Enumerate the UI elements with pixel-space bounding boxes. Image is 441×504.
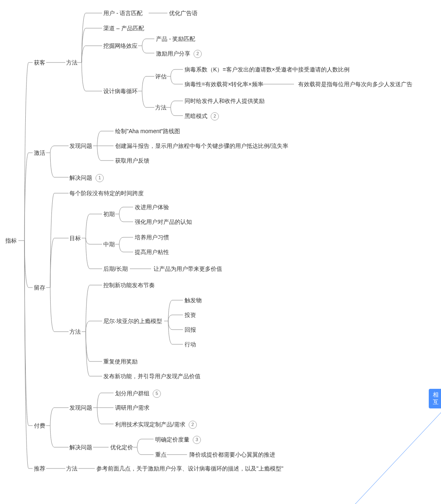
retain-method[interactable]: 方法 [69, 328, 81, 335]
activate-find-c1[interactable]: 绘制"Aha moment"路线图 [115, 128, 180, 135]
method-model[interactable]: 尼尔·埃亚尔的上瘾模型 [103, 318, 162, 325]
badge-icon: 2 [189, 421, 197, 429]
refer-method-r[interactable]: 参考前面几点，关于激励用户分享、设计病毒循环的描述，以及"上瘾模型" [96, 465, 283, 472]
method-c4[interactable]: 发布新功能，并引导用户发现产品价值 [103, 373, 200, 380]
goal-late[interactable]: 后期/长期 [103, 265, 128, 272]
activate-solve[interactable]: 解决问题1 [69, 174, 104, 182]
pay-find-c3-text: 利用技术实现定制产品/需求 [115, 421, 185, 428]
m4-method-c1[interactable]: 同时给发件人和收件人提供奖励 [185, 98, 265, 105]
goal-mid[interactable]: 中期 [103, 241, 115, 248]
pay-find-c1-text: 划分用户群组 [115, 390, 149, 397]
activate-find-c3[interactable]: 获取用户反馈 [115, 157, 149, 164]
price-c1[interactable]: 明确定价度量3 [155, 436, 201, 444]
activate-solve-text: 解决问题 [69, 174, 92, 181]
badge-icon: 2 [194, 50, 202, 58]
branch-retain[interactable]: 留存 [34, 284, 45, 291]
model-i2[interactable]: 投资 [185, 312, 196, 319]
svg-line-8 [355, 413, 441, 504]
m4-method-c2[interactable]: 黑暗模式2 [185, 112, 219, 120]
acquire-m3-c2[interactable]: 激励用户分享2 [156, 50, 202, 58]
pay-price[interactable]: 优化定价 [110, 444, 133, 451]
model-i4[interactable]: 行动 [185, 341, 196, 348]
side-tag[interactable]: 相互 [429, 389, 441, 408]
m4-eval-e1[interactable]: 病毒系数（K）=客户发出的邀请数×受邀者中接受邀请的人数比例 [185, 66, 350, 73]
activate-find[interactable]: 发现问题 [69, 143, 92, 149]
acquire-m4[interactable]: 设计病毒循环 [103, 88, 138, 95]
branch-refer[interactable]: 推荐 [34, 465, 45, 472]
pay-find-c3[interactable]: 利用技术实现定制产品/需求2 [115, 421, 197, 429]
goal-late-r[interactable]: 让产品为用户带来更多价值 [154, 265, 222, 272]
badge-icon: 1 [96, 174, 104, 182]
badge-icon: 5 [153, 390, 161, 398]
model-i1[interactable]: 触发物 [185, 297, 202, 304]
refer-method[interactable]: 方法 [66, 465, 78, 472]
mindmap-canvas: 指标 获客 方法 用户 - 语言匹配 优化广告语 渠道 – 产品匹配 挖掘网络效… [0, 0, 441, 504]
price-c1-text: 明确定价度量 [155, 436, 189, 443]
acquire-m3[interactable]: 挖掘网络效应 [103, 42, 138, 49]
retain-n1[interactable]: 每个阶段没有特定的时间跨度 [69, 190, 144, 197]
acquire-m4-method[interactable]: 方法 [155, 104, 167, 111]
goal-early[interactable]: 初期 [103, 211, 115, 218]
pay-find-c1[interactable]: 划分用户群组5 [115, 390, 161, 398]
goal-mid-c2[interactable]: 提高用户粘性 [135, 249, 169, 256]
root-node[interactable]: 指标 [5, 237, 17, 244]
badge-icon: 2 [211, 112, 219, 120]
acquire-m3-c1[interactable]: 产品 - 奖励匹配 [156, 36, 195, 42]
goal-early-c2[interactable]: 强化用户对产品的认知 [135, 219, 192, 225]
goal-mid-c1[interactable]: 培养用户习惯 [135, 234, 169, 241]
acquire-methods[interactable]: 方法 [66, 59, 78, 66]
pay-solve[interactable]: 解决问题 [69, 444, 92, 451]
acquire-m1-r[interactable]: 优化广告语 [169, 10, 198, 17]
branch-acquire[interactable]: 获客 [34, 59, 45, 66]
badge-icon: 3 [193, 436, 201, 444]
branch-activate[interactable]: 激活 [34, 149, 45, 156]
acquire-m2[interactable]: 渠道 – 产品匹配 [103, 25, 144, 32]
price-focus[interactable]: 重点 [155, 451, 167, 458]
goal-early-c1[interactable]: 改进用户体验 [135, 204, 169, 211]
acquire-m3-c2-text: 激励用户分享 [156, 50, 190, 57]
price-focus-r[interactable]: 降价或提价都需要小心翼翼的推进 [189, 451, 275, 458]
m4-method-c2-text: 黑暗模式 [185, 113, 207, 119]
pay-find[interactable]: 发现问题 [69, 404, 92, 411]
acquire-m4-eval[interactable]: 评估 [155, 73, 167, 80]
pay-find-c2[interactable]: 调研用户需求 [115, 404, 149, 411]
method-c1[interactable]: 控制新功能发布节奏 [103, 282, 155, 289]
acquire-m1[interactable]: 用户 - 语言匹配 [103, 10, 143, 17]
m4-eval-e2[interactable]: 病毒性=有效载荷×转化率×频率 [185, 81, 263, 88]
method-c3[interactable]: 重复使用奖励 [103, 358, 138, 365]
model-i3[interactable]: 回报 [185, 326, 196, 333]
branch-pay[interactable]: 付费 [34, 422, 45, 429]
activate-find-c2[interactable]: 创建漏斗报告，显示用户旅程中每个关键步骤的用户抵达比例/流失率 [115, 143, 288, 149]
retain-goal[interactable]: 目标 [69, 235, 81, 242]
m4-eval-e2r[interactable]: 有效载荷是指每位用户每次向多少人发送广告 [298, 81, 412, 88]
